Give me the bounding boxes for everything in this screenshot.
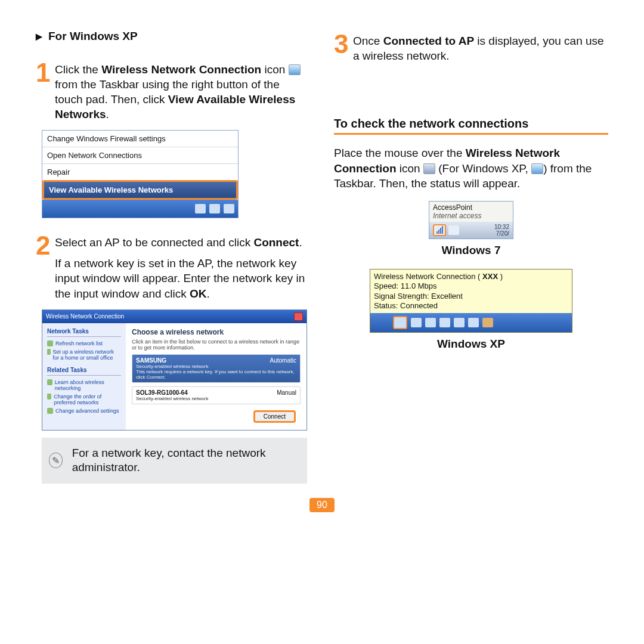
sidebar-link[interactable]: Learn about wireless networking [47,379,121,391]
wireless-dialog-figure: Wireless Network Connection Network Task… [42,309,307,431]
tooltip: Wireless Network Connection ( XXX ) Spee… [370,270,572,313]
connect-button[interactable]: Connect [253,410,296,423]
win7-tray: 10:32 7/20/ [429,222,513,239]
taskbar [42,200,238,218]
tray-icon [425,318,436,327]
sidebar-link[interactable]: Refresh network list [47,340,121,346]
figure-caption: Windows 7 [334,244,608,257]
ap-item[interactable]: SOL39-RG1000-64Manual Security-enabled w… [132,386,301,404]
tray-icon [439,318,450,327]
dialog-titlebar: Wireless Network Connection [42,310,306,323]
xp-tray-figure: Wireless Network Connection ( XXX ) Spee… [370,269,572,333]
pencil-icon: ✎ [49,453,63,468]
menu-item-highlighted[interactable]: View Available Wireless Networks [42,180,238,200]
step-1: 1 Click the Wireless Network Connection … [36,60,310,122]
menu-item[interactable]: Open Network Connections [42,147,238,163]
tray-icon [411,318,422,327]
volume-icon [448,225,459,235]
section-title: For Windows XP [48,30,138,43]
wireless-tray-icon[interactable] [393,316,407,329]
triangle-icon: ▶ [36,32,42,41]
sidebar-link[interactable]: Change the order of preferred networks [47,394,121,405]
close-icon[interactable] [294,312,303,321]
step-2: 2 Select an AP to be connected and click… [36,233,310,301]
wireless-disabled-icon [289,64,301,75]
tray-icon [195,204,206,213]
menu-item[interactable]: Change Windows Firewall settings [42,131,238,147]
menu-item[interactable]: Repair [42,163,238,180]
tray-icon [224,204,234,213]
orange-rule [334,133,608,135]
win7-tray-figure: AccessPoint Internet access 10:32 7/20/ [429,201,513,239]
step-3: 3 Once Connected to AP is displayed, you… [334,31,608,63]
tray-icon [468,318,479,327]
step-number: 3 [334,31,349,57]
subsection-title: To check the network connections [334,117,608,131]
section-heading: ▶ For Windows XP [36,30,310,43]
body-text: Place the mouse over the Wireless Networ… [334,145,608,191]
wireless-icon [531,163,543,174]
ap-item-selected[interactable]: SAMSUNGAutomatic Security-enabled wirele… [132,354,301,383]
tooltip: AccessPoint Internet access [429,202,513,222]
tray-icon [454,318,465,327]
clock: 10:32 7/20/ [494,224,509,237]
signal-tray-icon[interactable] [433,224,446,236]
tray-icon [482,318,493,327]
sidebar-link[interactable]: Change advanced settings [47,408,121,414]
step-number: 1 [36,60,51,86]
sidebar-link[interactable]: Set up a wireless network for a home or … [47,349,121,361]
info-note: ✎ For a network key, contact the network… [42,438,307,484]
step-number: 2 [36,233,51,259]
xp-tray [370,313,572,332]
dialog-main: Choose a wireless network Click an item … [126,323,306,430]
context-menu-figure: Change Windows Firewall settings Open Ne… [42,130,239,218]
tray-icon [209,204,220,213]
figure-caption: Windows XP [334,338,608,351]
dialog-sidebar: Network Tasks Refresh network list Set u… [42,323,126,430]
signal-icon [423,163,435,174]
page-number: 90 [0,498,644,512]
